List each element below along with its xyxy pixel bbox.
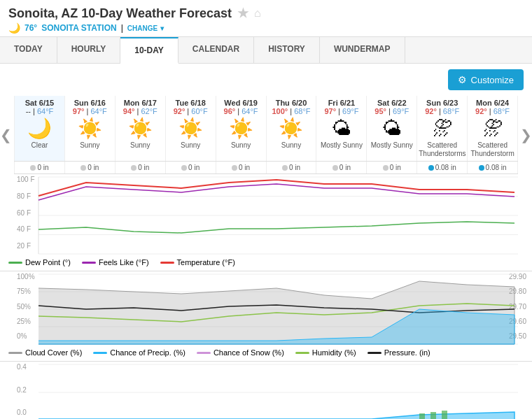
day-desc-9: Scattered Thunderstorm xyxy=(469,141,516,158)
precip-val-0: 0 in xyxy=(37,164,48,171)
legend-pressure: Pressure. (in) xyxy=(368,348,430,357)
cloud-label: Cloud Cover (%) xyxy=(25,348,82,357)
home-icon[interactable]: ⌂ xyxy=(254,7,261,20)
precip-val-7: 0 in xyxy=(390,164,401,171)
day-col-7[interactable]: Sat 6/22 95° | 69°F 🌤 Mostly Sunny xyxy=(367,96,417,161)
day-temps-6: 97° | 69°F xyxy=(318,107,365,115)
precip-col-8: 0.08 in xyxy=(417,162,468,173)
precip-val-4: 0 in xyxy=(239,164,250,171)
day-temps-4: 96° | 64°F xyxy=(218,107,265,115)
day-col-6[interactable]: Fri 6/21 97° | 69°F 🌤 Mostly Sunny xyxy=(316,96,367,161)
day-col-9[interactable]: Mon 6/24 92° | 68°F ⛈ Scattered Thunders… xyxy=(468,96,518,161)
tab-history[interactable]: HISTORY xyxy=(254,37,320,63)
y-25: 25% xyxy=(17,318,35,325)
humidity-chart-svg xyxy=(38,274,518,344)
precip-col-4: 0 in xyxy=(216,162,267,173)
day-temps-7: 95° | 69°F xyxy=(368,107,415,115)
tab-wundermap[interactable]: WUNDERMAP xyxy=(320,37,405,63)
humidity-y-labels: 100% 75% 50% 25% 0% xyxy=(14,271,38,341)
change-label: CHANGE xyxy=(127,24,158,32)
day-desc-2: Sunny xyxy=(117,141,164,158)
pressure-label: Pressure. (in) xyxy=(384,348,430,357)
precip-col-6: 0 in xyxy=(316,162,367,173)
star-icon[interactable]: ★ xyxy=(237,6,248,21)
day-icon-8: ⛈ xyxy=(419,117,465,140)
precip-val-9: 0.08 in xyxy=(486,164,507,171)
day-col-1[interactable]: Sun 6/16 97° | 64°F ☀️ Sunny xyxy=(65,96,115,161)
day-icon-1: ☀️ xyxy=(66,117,113,140)
precip-val-8: 0.08 in xyxy=(435,164,456,171)
day-col-8[interactable]: Sun 6/23 92° | 68°F ⛈ Scattered Thunders… xyxy=(417,96,468,161)
day-col-5[interactable]: Thu 6/20 100° | 68°F ☀️ Sunny xyxy=(267,96,317,161)
day-desc-7: Mostly Sunny xyxy=(368,141,415,158)
legend-snow: Chance of Snow (%) xyxy=(197,348,284,357)
right-arrow[interactable]: ❯ xyxy=(520,127,532,143)
day-label-5: Thu 6/20 xyxy=(268,99,315,107)
y-label-60: 60 F xyxy=(17,209,35,217)
snow-label: Chance of Snow (%) xyxy=(214,348,284,357)
tab-10day[interactable]: 10-DAY xyxy=(120,37,178,64)
day-icon-2: ☀️ xyxy=(117,117,164,140)
day-col-0[interactable]: Sat 6/15 -- | 64°F 🌙 Clear xyxy=(14,96,65,161)
chart1-legend: Dew Point (°) Feels Like (°F) Temperatur… xyxy=(0,254,532,271)
precip-col-5: 0 in xyxy=(267,162,317,173)
accum-chart-area xyxy=(38,364,518,419)
precip-dot-7 xyxy=(383,165,388,171)
precip-dot-4 xyxy=(232,165,237,171)
legend-temperature: Temperature (°F) xyxy=(160,258,235,267)
legend-feels-like: Feels Like (°F) xyxy=(82,258,149,267)
humidity-line xyxy=(295,352,309,354)
tab-today[interactable]: TODAY xyxy=(0,37,57,63)
weather-icon: 🌙 xyxy=(8,22,20,34)
humidity-chart-section: 100% 75% 50% 25% 0% 29.90 29.80 29.70 29… xyxy=(0,271,532,344)
temp-label: Temperature (°F) xyxy=(177,258,235,267)
svg-rect-15 xyxy=(430,412,436,419)
y-75: 75% xyxy=(17,287,35,295)
y-label-20: 20 F xyxy=(17,242,35,250)
day-desc-8: Scattered Thunderstorms xyxy=(419,141,465,158)
day-icon-7: 🌤 xyxy=(368,117,415,140)
humidity-label: Humidity (%) xyxy=(312,348,356,357)
station-link[interactable]: SONOITA STATION xyxy=(41,23,117,33)
left-arrow[interactable]: ❮ xyxy=(0,127,12,143)
current-temp: 76° xyxy=(24,23,37,33)
day-label-7: Sat 6/22 xyxy=(368,99,415,107)
cloud-line xyxy=(8,352,22,354)
precip-col-2: 0 in xyxy=(115,162,166,173)
customize-button[interactable]: ⚙ Customize xyxy=(448,69,524,90)
snow-line xyxy=(197,352,211,354)
y-0: 0% xyxy=(17,332,35,340)
svg-rect-14 xyxy=(419,413,425,419)
day-label-9: Mon 6/24 xyxy=(469,99,516,107)
day-desc-6: Mostly Sunny xyxy=(318,141,365,158)
day-col-3[interactable]: Tue 6/18 92° | 60°F ☀️ Sunny xyxy=(166,96,216,161)
precip-col-0: 0 in xyxy=(14,162,65,173)
day-icon-6: 🌤 xyxy=(318,117,365,140)
precip-dot-1 xyxy=(80,165,86,171)
precip-col-7: 0 in xyxy=(367,162,417,173)
day-desc-1: Sunny xyxy=(66,141,113,158)
day-col-4[interactable]: Wed 6/19 96° | 64°F ☀️ Sunny xyxy=(216,96,267,161)
forecast-container: ❮ Sat 6/15 -- | 64°F 🌙 Clear Sun 6/16 97… xyxy=(0,96,532,174)
precip-dot-0 xyxy=(30,165,36,171)
day-label-0: Sat 6/15 xyxy=(16,99,63,107)
day-label-6: Fri 6/21 xyxy=(318,99,365,107)
accum-y-labels: 0.4 0.2 0.0 xyxy=(14,362,29,418)
precip-accum-section: 0.4 0.2 0.0 xyxy=(0,362,532,419)
day-temps-5: 100° | 68°F xyxy=(268,107,315,115)
page-title: Sonoita, AZ 10-Day Weather Forecast ★ ⌂ xyxy=(8,6,524,21)
y-label-80: 80 F xyxy=(17,192,35,200)
precip-val-5: 0 in xyxy=(289,164,300,171)
feels-like-line xyxy=(82,262,96,264)
tab-hourly[interactable]: HOURLY xyxy=(57,37,121,63)
nav-tabs: TODAY HOURLY 10-DAY CALENDAR HISTORY WUN… xyxy=(0,37,532,64)
legend-dew-point: Dew Point (°) xyxy=(8,258,71,267)
change-link[interactable]: CHANGE ▾ xyxy=(127,23,164,33)
day-col-2[interactable]: Mon 6/17 94° | 62°F ☀️ Sunny xyxy=(115,96,166,161)
precip-dot-2 xyxy=(131,165,136,171)
precip-line xyxy=(93,352,107,354)
y-label-40: 40 F xyxy=(17,225,35,233)
dew-point-label: Dew Point (°) xyxy=(25,258,71,267)
tab-calendar[interactable]: CALENDAR xyxy=(178,37,254,63)
day-icon-9: ⛈ xyxy=(469,117,516,140)
